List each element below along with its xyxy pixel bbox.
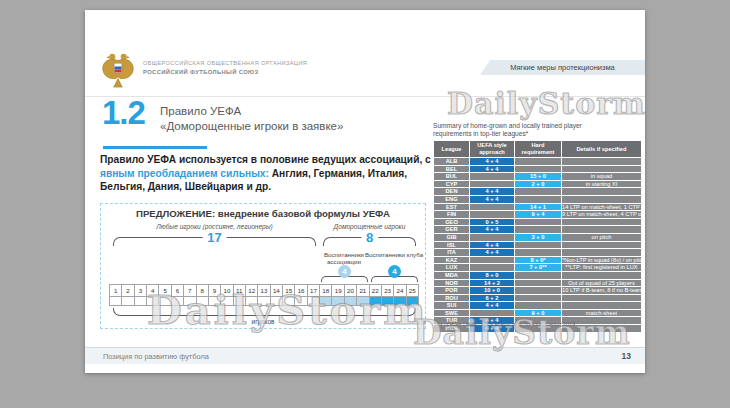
uefa-approach-cell: 0 + 5 [470,218,515,226]
table-row: FIN9 + 49 LTP on match-sheet, 4 CTP on p… [434,211,642,219]
player-slot-shade [197,297,209,306]
hard-requirement-cell: 14 + 1 [515,203,562,211]
player-slot-shade [271,297,283,306]
league-cell: POR [434,287,470,295]
hard-requirement-cell [515,249,562,257]
hard-requirement-cell: 9 + 4 [515,211,562,219]
player-slot-shade [283,297,295,306]
player-slot-shade [135,297,147,306]
table-footnote: * на основе UEFA club licensing benchmar… [433,321,575,327]
player-slot-shading-row [109,297,419,306]
uefa-approach-cell [470,211,515,219]
player-slot-number: 5 [159,284,171,297]
table-row: POR10 + 010 LTP if B-team, 8 if no B-tea… [434,287,642,295]
desktop-background: ОБЩЕРОССИЙСКАЯ ОБЩЕСТВЕННАЯ ОРГАНИЗАЦИЯ … [0,0,730,408]
hard-requirement-cell: 2 + 0 [515,180,562,188]
player-slot-number: 22 [370,284,382,297]
player-slot-shade [234,297,246,306]
player-slot-number: 14 [271,284,283,297]
uefa-approach-cell: 4 + 4 [470,195,515,203]
player-slot-number: 11 [234,284,246,297]
col-header-hard-requirement: Hard requirement [515,141,562,158]
details-cell [562,165,642,173]
player-slot-shade [370,297,382,306]
details-cell [562,218,642,226]
uefa-approach-cell: 4 + 4 [470,188,515,196]
player-slot-number: 15 [283,284,295,297]
hard-requirement-cell [515,195,562,203]
details-cell [562,271,642,279]
table-row: ENG4 + 4 [434,195,642,203]
player-slot-shade [332,297,344,306]
uefa-approach-cell: 4 + 4 [470,226,515,234]
page-number: 13 [622,351,631,361]
any-players-label: Любые игроки (россияне, легионеры) [109,223,320,230]
association-count-badge: 4 [338,265,351,278]
league-cell: ROU [434,294,470,302]
uefa-approach-cell: 4 + 4 [470,158,515,166]
player-slot-number: 2 [122,284,134,297]
uefa-approach-cell [470,173,515,181]
table-row: BUL15 + 0in squad [434,173,642,181]
table-row: GIB3 + 0on pitch [434,233,642,241]
table-row: KAZ8 + 0**Non-LTP in squad (8x) / on pit… [434,256,642,264]
table-row: SUI4 + 4 [434,302,642,310]
league-cell: LUX [434,264,470,272]
table-row: ITA4 + 4 [434,249,642,257]
player-slot-number: 20 [345,284,357,297]
player-slot-shade [382,297,394,306]
table-row: EST14 + 114 LTP on match-sheet, 1 CTP on… [434,203,642,211]
hard-requirement-cell [515,302,562,310]
homegrown-players-label: Доморощенные игроки [320,223,419,230]
player-slot-number: 6 [172,284,184,297]
hard-requirement-cell [515,271,562,279]
league-cell: SWE [434,309,470,317]
player-slot-shade [345,297,357,306]
hard-requirement-cell [515,165,562,173]
hard-requirement-cell [515,241,562,249]
table-row: DEN4 + 4 [434,188,642,196]
player-slot-shade [320,297,332,306]
player-slot-number: 13 [258,284,270,297]
uefa-approach-cell: 10 + 0 [470,287,515,295]
details-cell: *Non-LTP in squad (8x) / on pitch (6x) [562,256,642,264]
hard-requirement-cell: 15 + 0 [515,173,562,181]
uefa-approach-cell [470,203,515,211]
uefa-approach-cell: 8 + 0 [470,271,515,279]
league-cell: ITA [434,249,470,257]
org-line1: ОБЩЕРОССИЙСКАЯ ОБЩЕСТВЕННАЯ ОРГАНИЗАЦИЯ [143,60,307,66]
league-cell: ISL [434,241,470,249]
title-accent-bar [103,146,207,149]
table-row: CYP2 + 0in starting XI [434,180,642,188]
table-caption: Summary of home-grown and locally traine… [433,122,582,138]
uefa-approach-cell: 14 + 2 [470,279,515,287]
col-header-uefa-style: UEFA style approach [470,141,515,158]
proposal-diagram: ПРЕДЛОЖЕНИЕ: внедрение базовой формулы У… [100,203,426,329]
player-slot-number: 7 [184,284,196,297]
hard-requirement-cell: 9 + 0 [515,309,562,317]
player-slot-shade [258,297,270,306]
col-header-league: League [434,141,470,158]
details-cell [562,188,642,196]
table-row: GER4 + 4 [434,226,642,234]
player-slot-shade [357,297,369,306]
uefa-approach-cell [470,180,515,188]
league-requirements-table: League UEFA style approach Hard requirem… [433,140,642,333]
uefa-approach-cell [470,309,515,317]
details-cell: 9 LTP on match-sheet, 4 CTP on pitch [562,211,642,219]
uefa-approach-cell: 4 + 4 [470,249,515,257]
hard-requirement-cell [515,294,562,302]
details-cell: in squad [562,173,642,181]
slide-number-label: 1.2 [102,94,145,132]
details-cell: **LTP: first registered in LUX [562,264,642,272]
table-caption-line2: requirements in top-tier leagues* [433,130,582,138]
details-cell [562,226,642,234]
intro-part1: Правило УЕФА используется в половине вед… [100,154,431,165]
league-cell: GIB [434,233,470,241]
uefa-approach-cell: 4 + 4 [470,165,515,173]
details-cell: on pitch [562,233,642,241]
hard-requirement-cell [515,287,562,295]
details-cell [562,294,642,302]
details-cell: 10 LTP if B-team, 8 if no B-team [562,287,642,295]
hard-requirement-cell: 7 + 0** [515,264,562,272]
